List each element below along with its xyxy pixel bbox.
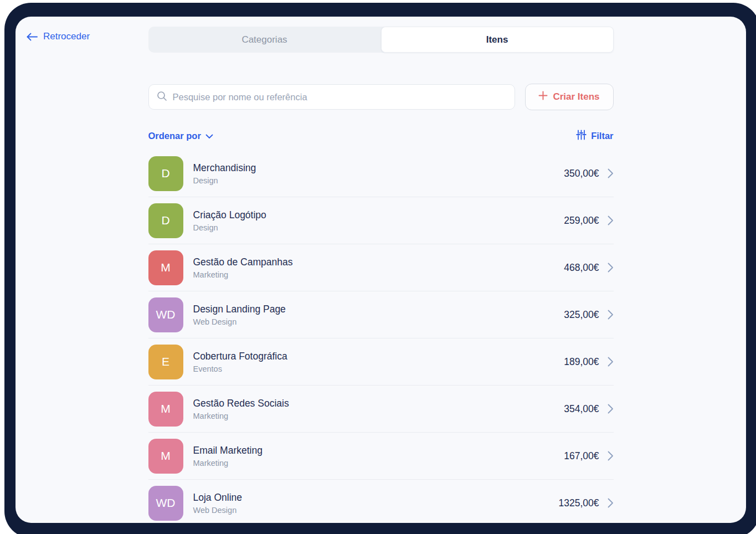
item-text: Email Marketing Marketing: [193, 445, 263, 468]
back-arrow-icon: [26, 33, 38, 41]
app-screen: Retroceder Categorias Itens: [16, 17, 746, 523]
item-avatar: D: [148, 203, 183, 238]
search-input[interactable]: [173, 92, 507, 102]
item-right: 189,00€: [564, 356, 613, 368]
item-avatar-initials: M: [161, 261, 171, 274]
tab-itens-label: Itens: [486, 34, 508, 45]
chevron-down-icon: [205, 131, 213, 141]
filter-label: Filtar: [591, 131, 613, 141]
chevron-right-icon: [608, 498, 614, 508]
item-row[interactable]: M Gestão de Campanhas Marketing 468,00€: [148, 244, 614, 291]
item-text: Gestão de Campanhas Marketing: [193, 256, 293, 279]
item-category: Marketing: [193, 412, 289, 420]
item-name: Cobertura Fotográfica: [193, 351, 287, 362]
item-category: Marketing: [193, 270, 293, 279]
item-name: Criação Logótipo: [193, 209, 266, 221]
item-category: Web Design: [193, 317, 286, 326]
tab-itens[interactable]: Itens: [381, 27, 614, 53]
item-row[interactable]: E Cobertura Fotográfica Eventos 189,00€: [148, 338, 614, 386]
tab-categorias-label: Categorias: [241, 34, 287, 45]
item-avatar: M: [148, 392, 183, 427]
item-avatar: M: [148, 439, 183, 474]
item-avatar-initials: WD: [156, 308, 176, 321]
item-avatar: M: [148, 250, 183, 285]
item-text: Merchandising Design: [193, 162, 256, 185]
item-price: 468,00€: [564, 262, 599, 274]
item-right: 350,00€: [564, 168, 613, 179]
item-avatar-initials: D: [161, 214, 169, 227]
item-name: Email Marketing: [193, 445, 263, 456]
back-button[interactable]: Retroceder: [26, 31, 90, 42]
item-row[interactable]: M Email Marketing Marketing 167,00€: [148, 433, 614, 480]
chevron-right-icon: [608, 215, 614, 225]
create-items-label: Criar Itens: [553, 91, 599, 102]
main-content: Categorias Itens: [148, 27, 614, 523]
item-text: Criação Logótipo Design: [193, 209, 266, 232]
item-price: 325,00€: [564, 309, 599, 321]
item-avatar: WD: [148, 297, 183, 332]
item-avatar-initials: WD: [156, 496, 176, 510]
chevron-right-icon: [608, 310, 614, 320]
item-name: Merchandising: [193, 162, 256, 174]
item-avatar-initials: M: [161, 402, 171, 415]
item-row[interactable]: D Criação Logótipo Design 259,00€: [148, 197, 614, 244]
item-category: Web Design: [193, 506, 243, 515]
item-avatar: E: [148, 345, 183, 379]
item-avatar-initials: D: [161, 167, 169, 180]
chevron-right-icon: [608, 263, 614, 273]
item-category: Eventos: [193, 364, 287, 373]
item-avatar-initials: M: [161, 449, 171, 463]
item-price: 167,00€: [564, 450, 599, 462]
item-category: Design: [193, 223, 266, 232]
chevron-right-icon: [608, 404, 614, 414]
item-right: 325,00€: [564, 309, 613, 321]
item-right: 354,00€: [564, 403, 613, 415]
item-text: Cobertura Fotográfica Eventos: [193, 351, 287, 373]
tab-categorias[interactable]: Categorias: [148, 27, 381, 53]
item-row[interactable]: M Gestão Redes Sociais Marketing 354,00€: [148, 386, 614, 433]
item-row[interactable]: WD Loja Online Web Design 1325,00€: [148, 480, 614, 523]
item-avatar: D: [148, 156, 183, 191]
item-name: Design Landing Page: [193, 304, 286, 315]
search-row: Criar Itens: [148, 84, 614, 110]
chevron-right-icon: [608, 451, 614, 461]
item-right: 259,00€: [564, 215, 613, 227]
chevron-right-icon: [608, 357, 614, 367]
item-category: Design: [193, 176, 256, 185]
list-toolbar: Ordenar por Filtar: [148, 130, 614, 142]
item-avatar: WD: [148, 486, 183, 521]
item-text: Loja Online Web Design: [193, 492, 243, 515]
search-icon: [157, 91, 173, 104]
item-text: Design Landing Page Web Design: [193, 304, 286, 326]
tab-switcher: Categorias Itens: [148, 27, 614, 53]
items-list: D Merchandising Design 350,00€ D Criação…: [148, 150, 614, 523]
item-name: Gestão de Campanhas: [193, 256, 293, 268]
item-category: Marketing: [193, 459, 263, 468]
item-price: 354,00€: [564, 403, 599, 415]
plus-icon: [538, 91, 548, 103]
search-box: [148, 84, 515, 110]
item-right: 468,00€: [564, 262, 613, 274]
chevron-right-icon: [608, 168, 614, 178]
back-label: Retroceder: [43, 31, 90, 42]
sort-button[interactable]: Ordenar por: [148, 131, 213, 141]
item-avatar-initials: E: [162, 355, 169, 368]
item-price: 259,00€: [564, 215, 599, 227]
create-items-button[interactable]: Criar Itens: [525, 84, 614, 110]
filter-sliders-icon: [576, 130, 587, 142]
item-price: 1325,00€: [559, 497, 599, 509]
filter-button[interactable]: Filtar: [576, 130, 613, 142]
item-text: Gestão Redes Sociais Marketing: [193, 398, 289, 420]
item-name: Loja Online: [193, 492, 243, 504]
item-name: Gestão Redes Sociais: [193, 398, 289, 409]
item-price: 189,00€: [564, 356, 599, 368]
item-right: 167,00€: [564, 450, 613, 462]
item-price: 350,00€: [564, 168, 599, 179]
item-row[interactable]: D Merchandising Design 350,00€: [148, 150, 614, 197]
sort-label: Ordenar por: [148, 131, 201, 141]
item-right: 1325,00€: [559, 497, 614, 509]
item-row[interactable]: WD Design Landing Page Web Design 325,00…: [148, 291, 614, 338]
